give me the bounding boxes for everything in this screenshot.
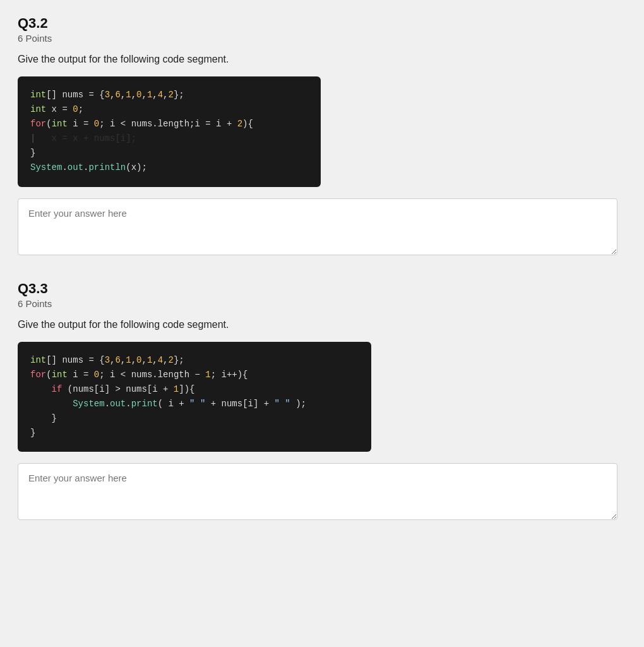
- q33-points: 6 Points: [18, 298, 626, 309]
- q32-answer-input[interactable]: [18, 198, 617, 255]
- q32-points: 6 Points: [18, 33, 626, 44]
- question-q32: Q3.2 6 Points Give the output for the fo…: [18, 15, 626, 255]
- q33-title: Q3.3: [18, 281, 626, 297]
- q33-prompt: Give the output for the following code s…: [18, 319, 626, 330]
- q32-title: Q3.2: [18, 15, 626, 32]
- q33-answer-input[interactable]: [18, 463, 617, 520]
- q33-code-block: int[] nums = {3,6,1,0,1,4,2}; for(int i …: [18, 342, 371, 452]
- q32-prompt: Give the output for the following code s…: [18, 54, 626, 65]
- q32-code-block: int[] nums = {3,6,1,0,1,4,2}; int x = 0;…: [18, 76, 321, 187]
- question-q33: Q3.3 6 Points Give the output for the fo…: [18, 281, 626, 521]
